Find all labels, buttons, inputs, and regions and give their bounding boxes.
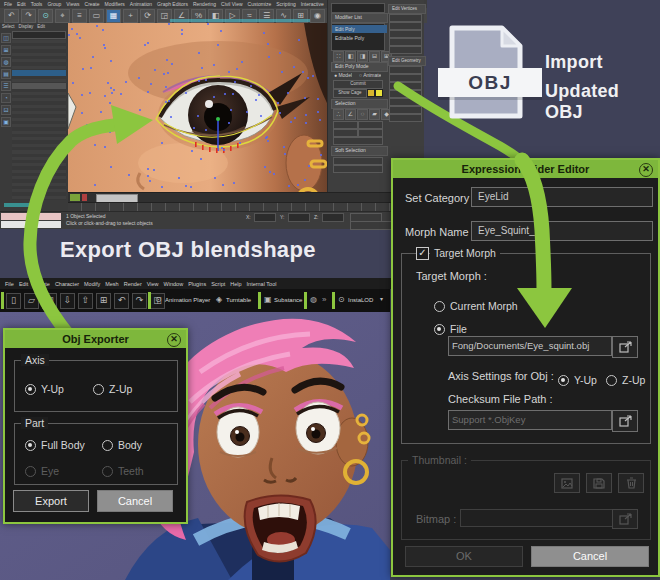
- instalod-icon[interactable]: ⊙: [338, 295, 345, 304]
- scene-explorer-tab[interactable]: Edit: [37, 24, 45, 29]
- z-coord-field[interactable]: [322, 213, 344, 222]
- ring-button[interactable]: [333, 129, 358, 137]
- max-menu-item[interactable]: Animation: [130, 1, 152, 7]
- edit-vertices-button[interactable]: [389, 14, 422, 22]
- modifier-stack-item[interactable]: Editable Poly: [332, 34, 387, 42]
- redo-icon[interactable]: ↷: [21, 9, 36, 23]
- edit-geometry-button[interactable]: [389, 106, 422, 114]
- display-materials-icon[interactable]: ⊡: [1, 105, 11, 115]
- shrink-button[interactable]: [333, 121, 358, 129]
- substance-icon[interactable]: ▣: [264, 295, 272, 304]
- select-by-name-icon[interactable]: ≡: [72, 9, 87, 23]
- modifier-list-dropdown[interactable]: Modifier List: [331, 13, 388, 23]
- max-viewport[interactable]: [68, 23, 327, 192]
- edit-vertices-button[interactable]: [389, 30, 422, 38]
- rollout-edit-geometry[interactable]: Edit Geometry: [388, 56, 426, 66]
- mode-animate-radio[interactable]: ○ Animate: [359, 72, 381, 78]
- edit-geometry-button[interactable]: [389, 66, 422, 74]
- cancel-button[interactable]: Cancel: [531, 546, 649, 567]
- merge-icon[interactable]: ⊞: [96, 293, 111, 309]
- scene-explorer-tab[interactable]: Select: [2, 24, 15, 29]
- obj-exporter-titlebar[interactable]: Obj Exporter: [5, 330, 186, 348]
- animation-player-button[interactable]: Animation Player: [165, 297, 210, 303]
- expression-editor-titlebar[interactable]: Expression Slider Editor: [393, 160, 658, 178]
- display-cameras-icon[interactable]: ☰: [1, 81, 11, 91]
- max-menu-item[interactable]: Modifiers: [105, 1, 125, 7]
- obj-y-up-radio[interactable]: Y-Up: [558, 370, 597, 388]
- x-coord-field[interactable]: [254, 213, 276, 222]
- max-menu-item[interactable]: Group: [47, 1, 61, 7]
- open-project-icon[interactable]: ▱: [24, 293, 39, 309]
- link-icon[interactable]: ⊙: [38, 9, 53, 23]
- max-menu-item[interactable]: Views: [66, 1, 79, 7]
- grow-button[interactable]: [358, 121, 383, 129]
- edit-geometry-button[interactable]: [389, 90, 422, 98]
- file-path-input[interactable]: Fong/Documents/Eye_squint.obj: [448, 336, 612, 356]
- cc-menu-item[interactable]: Window: [164, 281, 184, 287]
- current-morph-radio[interactable]: Current Morph: [434, 296, 518, 314]
- max-menu-item[interactable]: Graph Editors: [157, 1, 188, 7]
- rollout-edit-poly-mode[interactable]: Edit Poly Mode: [331, 62, 388, 72]
- max-menu-item[interactable]: File: [4, 1, 12, 7]
- cc-menu-item[interactable]: Modify: [84, 281, 100, 287]
- browse-checksum-button[interactable]: [612, 410, 638, 432]
- save-project-icon[interactable]: ▣: [42, 293, 57, 309]
- full-body-radio[interactable]: Full Body: [25, 435, 85, 453]
- move-icon[interactable]: +: [123, 9, 138, 23]
- keyframe-marker-red[interactable]: [82, 194, 87, 201]
- make-unique-icon[interactable]: ◨: [357, 51, 368, 62]
- edit-geometry-button[interactable]: [389, 74, 422, 82]
- set-category-input[interactable]: EyeLid: [471, 187, 653, 207]
- vertex-mode-icon[interactable]: ∴: [333, 109, 344, 120]
- object-name-field[interactable]: [331, 3, 385, 13]
- turntable-icon[interactable]: ◈: [216, 295, 222, 304]
- rect-selection-icon[interactable]: ▭: [89, 9, 104, 23]
- modifier-stack-item[interactable]: Edit Poly: [332, 25, 387, 33]
- cc-menu-item[interactable]: Internal Tool: [247, 281, 277, 287]
- browse-file-button[interactable]: [612, 336, 638, 358]
- cc-menu-item[interactable]: Render: [124, 281, 142, 287]
- maxscript-mini-listener[interactable]: [1, 213, 61, 220]
- substance-button[interactable]: Substance: [274, 297, 302, 303]
- cc-menu-item[interactable]: File: [5, 281, 14, 287]
- commit-button[interactable]: Commit: [333, 80, 383, 89]
- instalod-button[interactable]: InstaLOD: [348, 297, 373, 303]
- border-mode-icon[interactable]: ◌: [357, 109, 368, 120]
- rotate-icon[interactable]: ⟳: [140, 9, 155, 23]
- edit-vertices-button[interactable]: [389, 22, 422, 30]
- cc-menu-item[interactable]: Script: [211, 281, 225, 287]
- max-menu-item[interactable]: Interactive: [301, 1, 324, 7]
- redo-icon[interactable]: ↷: [132, 293, 147, 309]
- cc-menu-item[interactable]: Character: [55, 281, 79, 287]
- cc-menu-item[interactable]: Create: [33, 281, 50, 287]
- show-cage-button[interactable]: Show Cage: [333, 89, 367, 98]
- show-end-result-icon[interactable]: ◧: [345, 51, 356, 62]
- maxscript-listener-white[interactable]: [1, 221, 61, 228]
- undo-icon[interactable]: ↶: [114, 293, 129, 309]
- display-all-icon[interactable]: ◫: [1, 33, 11, 43]
- character-icon[interactable]: ◍: [310, 295, 317, 304]
- max-menu-item[interactable]: Civil View: [221, 1, 243, 7]
- toolbar-overflow-chevron[interactable]: »: [322, 295, 326, 304]
- scene-explorer-search-input[interactable]: [12, 31, 66, 39]
- pin-stack-icon[interactable]: ∷: [333, 51, 344, 62]
- import-icon[interactable]: ⇩: [60, 293, 75, 309]
- z-up-radio[interactable]: Z-Up: [93, 379, 132, 397]
- scene-explorer-hover-row[interactable]: [12, 83, 66, 89]
- cc-menu-item[interactable]: View: [147, 281, 159, 287]
- select-object-icon[interactable]: ⌖: [55, 9, 70, 23]
- edit-vertices-button[interactable]: [389, 38, 422, 46]
- display-lights-icon[interactable]: ▤: [1, 69, 11, 79]
- edit-geometry-button[interactable]: [389, 82, 422, 90]
- max-menu-item[interactable]: Scripting: [276, 1, 295, 7]
- edge-mode-icon[interactable]: ∠: [345, 109, 356, 120]
- rollout-soft-selection[interactable]: Soft Selection: [331, 146, 388, 156]
- material-editor-icon[interactable]: ◉: [310, 9, 325, 23]
- max-menu-item[interactable]: Customize: [248, 1, 272, 7]
- new-project-icon[interactable]: ▯: [6, 293, 21, 309]
- get-stack-selection-button[interactable]: [333, 137, 383, 145]
- close-icon[interactable]: ✕: [167, 333, 181, 347]
- selected-color-swatch[interactable]: [375, 89, 383, 97]
- animation-player-icon[interactable]: ⊙: [155, 295, 162, 304]
- display-bones-icon[interactable]: ▣: [1, 117, 11, 127]
